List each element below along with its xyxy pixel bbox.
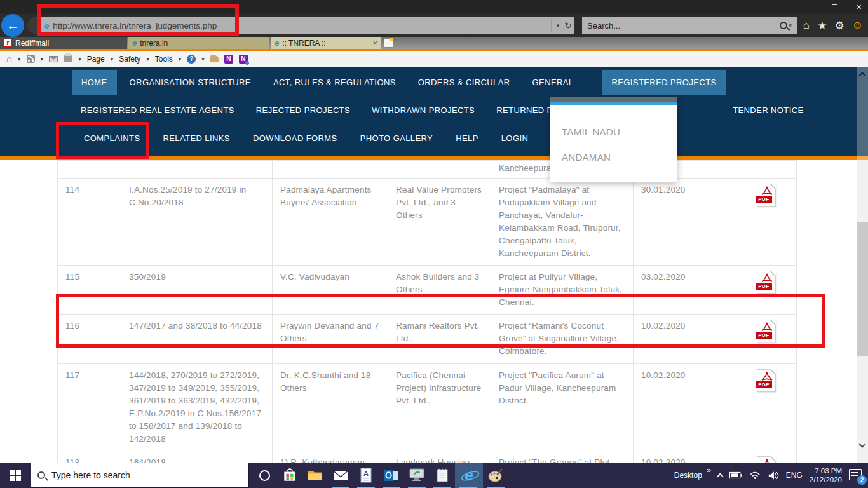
feedback-smiley-icon[interactable]: ☺	[852, 19, 863, 32]
hidden-icons-chevron-icon[interactable]	[717, 473, 723, 480]
favorites-star-icon[interactable]: ★	[817, 19, 827, 32]
envelope-icon	[333, 470, 348, 481]
new-tab-button[interactable]	[384, 38, 393, 48]
battery-icon[interactable]	[729, 471, 742, 479]
dropdown-item-andaman[interactable]: ANDAMAN	[550, 145, 677, 170]
wifi-icon[interactable]	[749, 471, 761, 480]
cell-sno: 118	[58, 451, 121, 463]
volume-icon[interactable]	[768, 471, 779, 480]
close-icon[interactable]: ×	[857, 3, 862, 11]
browser-search-box[interactable]: ▾	[582, 17, 797, 34]
remote-desktop-icon	[409, 468, 424, 482]
cortana-button[interactable]	[252, 463, 277, 488]
outlook-button[interactable]	[379, 463, 404, 488]
onenote-send-icon[interactable]: N	[224, 55, 233, 64]
home-icon[interactable]: ⌂	[803, 19, 810, 32]
time-label: 7:03 PM	[810, 466, 842, 475]
desktop-toolbar[interactable]: Desktop »	[674, 471, 711, 480]
notepad-button[interactable]	[430, 463, 455, 488]
chevron-down-icon[interactable]: ▾	[78, 56, 81, 62]
taskbar-search-box[interactable]	[31, 463, 249, 488]
start-button[interactable]	[0, 463, 31, 488]
page-menu[interactable]: Page	[87, 55, 105, 64]
chevron-down-icon[interactable]: ▾	[41, 56, 44, 62]
highlight-box-url	[37, 4, 239, 36]
blog-tool-icon[interactable]	[210, 55, 219, 62]
nav-item-orders-circular[interactable]: ORDERS & CIRCULAR	[409, 70, 520, 95]
document-button[interactable]: A	[353, 463, 379, 488]
nav-item-login[interactable]: LOGIN	[492, 126, 538, 151]
language-indicator[interactable]: ENG	[786, 471, 803, 480]
search-dropdown-icon[interactable]: ▾	[789, 22, 792, 29]
refresh-icon[interactable]: ↻	[564, 20, 572, 30]
internet-explorer-button[interactable]: e	[455, 463, 483, 488]
nav-item-act-rules-regulations[interactable]: ACT, RULES & REGULATIONS	[264, 70, 405, 95]
store-bag-icon	[283, 468, 297, 483]
nav-item-home[interactable]: HOME	[72, 70, 117, 95]
action-center-button[interactable]: 2	[849, 468, 864, 483]
cell-pdf: PDF	[736, 179, 797, 266]
taskbar: A e Desktop »	[0, 463, 868, 488]
browser-search-input[interactable]	[587, 21, 780, 30]
cell-date: 10.02.2020	[634, 364, 736, 451]
printer-icon[interactable]	[64, 55, 72, 62]
help-icon[interactable]: ?	[187, 55, 196, 64]
chevron-down-icon[interactable]: ▾	[18, 56, 21, 62]
url-dropdown-icon[interactable]: ▾	[557, 22, 560, 29]
pdf-download-icon[interactable]: PDF	[757, 184, 776, 207]
restore-icon[interactable]	[832, 4, 837, 10]
back-button[interactable]: ←	[1, 14, 24, 37]
nav-item-help[interactable]: HELP	[446, 126, 488, 151]
expand-chevron-icon[interactable]: »	[707, 466, 711, 475]
screen: – × ← → e ▾ ↻ ▾ ⌂ ★ ⚙ ☺ r	[0, 0, 868, 488]
settings-gear-icon[interactable]: ⚙	[834, 19, 844, 32]
tab-tnrera-active[interactable]: e :: TNRERA :: ×	[271, 37, 381, 49]
page-scrollbar[interactable]	[857, 67, 868, 463]
mail-button[interactable]	[328, 463, 353, 488]
dropdown-item-tamil-nadu[interactable]: TAMIL NADU	[550, 119, 677, 145]
home-icon[interactable]: ⌂	[6, 53, 12, 64]
chevron-down-icon: ▾	[146, 56, 149, 62]
date-label: 2/12/2020	[810, 475, 842, 484]
cell-date: 30.01.2020	[634, 179, 736, 266]
nav-item-registered-real-estate-agents[interactable]: REGISTERED REAL ESTATE AGENTS	[71, 98, 244, 123]
taskbar-clock[interactable]: 7:03 PM 2/12/2020	[810, 466, 842, 484]
nav-item-related-links[interactable]: RELATED LINKS	[154, 126, 240, 151]
tab-close-icon[interactable]: ×	[372, 38, 377, 48]
pdf-download-icon[interactable]: PDF	[757, 456, 776, 463]
rss-feed-icon[interactable]	[27, 55, 35, 63]
scrollbar-thumb[interactable]	[857, 222, 868, 356]
tab-rediffmail[interactable]: r Rediffmail	[0, 37, 127, 49]
read-mail-icon[interactable]	[49, 56, 58, 62]
cell-respondent: Pacifica (Chennai Project) Infrastructur…	[388, 364, 491, 451]
safety-menu[interactable]: Safety	[119, 55, 140, 64]
tab-tnrera-in[interactable]: e tnrera.in	[128, 37, 269, 49]
nav-item-organisation-structure[interactable]: ORGANISATION STRUCTURE	[120, 70, 261, 95]
search-magnifier-icon	[37, 471, 45, 479]
nav-item-withdrawn-projects[interactable]: WITHDRAWN PROJECTS	[362, 98, 484, 123]
store-button[interactable]	[277, 463, 302, 488]
cell-project: Project "Padmalaya" at Pudupakkam Villag…	[491, 179, 634, 266]
scroll-down-icon[interactable]	[858, 440, 865, 447]
taskbar-search-input[interactable]	[51, 470, 242, 480]
pdf-download-icon[interactable]: PDF	[757, 271, 776, 294]
cell-respondent: Landmark Housing Projects Chennai Pvt.	[388, 451, 491, 463]
search-magnifier-icon[interactable]	[780, 22, 787, 29]
paint-button[interactable]	[483, 463, 508, 488]
pdf-download-icon[interactable]: PDF	[757, 369, 776, 392]
minimize-icon[interactable]: –	[808, 3, 813, 11]
tools-menu[interactable]: Tools	[155, 55, 173, 64]
document-a-icon: A	[360, 468, 372, 483]
nav-item-general[interactable]: GENERAL	[523, 70, 583, 95]
chevron-down-icon[interactable]: ▾	[201, 56, 205, 62]
nav-item-photo-gallery[interactable]: PHOTO GALLERY	[351, 126, 443, 151]
nav-item-tender-notice[interactable]: TENDER NOTICE	[723, 98, 813, 123]
onenote-linked-notes-icon[interactable]: N	[239, 55, 248, 64]
file-explorer-button[interactable]	[302, 463, 328, 488]
table-row-partial: Kancheepuram	[58, 161, 797, 179]
nav-item-registered-projects[interactable]: REGISTERED PROJECTS	[602, 70, 726, 95]
nav-item-download-forms[interactable]: DOWNLOAD FORMS	[243, 126, 347, 151]
remote-desktop-button[interactable]	[404, 463, 430, 488]
nav-item-rejected-projects[interactable]: REJECTED PROJECTS	[247, 98, 360, 123]
outlook-icon	[384, 468, 399, 482]
